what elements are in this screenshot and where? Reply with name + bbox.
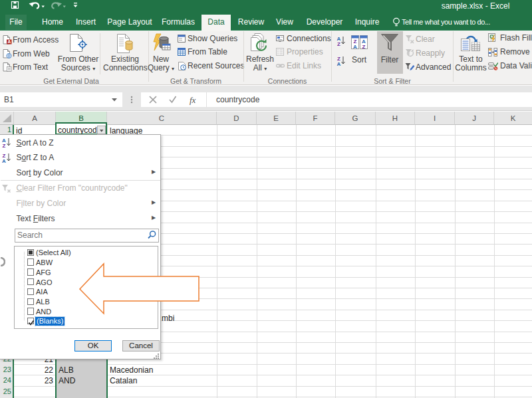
svg-text:A: A bbox=[2, 158, 6, 163]
svg-text:A: A bbox=[337, 60, 341, 66]
svg-text:fx: fx bbox=[190, 95, 196, 105]
svg-text:A: A bbox=[353, 44, 357, 50]
svg-text:Z: Z bbox=[337, 41, 340, 47]
svg-text:Z: Z bbox=[362, 44, 366, 50]
svg-text:A: A bbox=[7, 39, 11, 44]
svg-text:Z: Z bbox=[3, 143, 6, 148]
